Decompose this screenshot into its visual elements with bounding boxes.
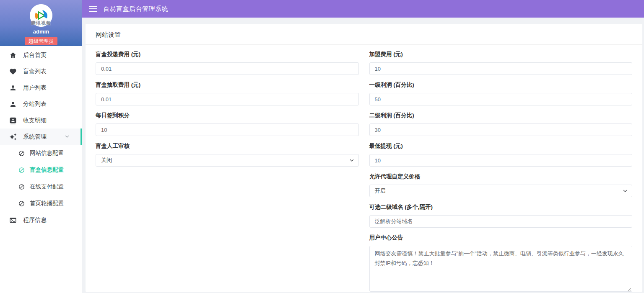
- chevron-down-icon: [65, 134, 70, 139]
- main-content: 网站设置 盲盒投递费用 (元) 盲盒抽取费用 (元) 每日签到积分 盲盒人工审核: [82, 18, 644, 293]
- field-daily-signin-points: 每日签到积分: [96, 112, 359, 136]
- sidebar-item-label: 用户列表: [23, 84, 47, 92]
- user-center-notice-textarea[interactable]: 网络交友需谨慎！禁止大批量参与"抽一个"活动，禁止微商、电销、引流等类似行业参与…: [369, 246, 633, 292]
- block-icon: [18, 150, 25, 157]
- manual-review-select[interactable]: 关闭: [96, 154, 359, 167]
- submenu-item-blindbox-info-config[interactable]: 盲盒信息配置: [0, 162, 82, 178]
- submenu-item-online-payment-config[interactable]: 在线支付配置: [0, 178, 82, 195]
- sidebar: 腾讯视频 admin 超级管理员 后台首页 盲盒列表 用户列表 分站列表 收支明…: [0, 0, 82, 293]
- field-manual-review: 盲盒人工审核 关闭: [96, 142, 359, 167]
- field-label: 可选二级域名 (多个,隔开): [369, 203, 633, 211]
- submenu-item-label: 在线支付配置: [30, 183, 64, 190]
- sidebar-item-label: 后台首页: [23, 51, 47, 59]
- chevron-down-icon: [349, 158, 354, 163]
- field-draw-fee: 盲盒抽取费用 (元): [96, 81, 359, 105]
- min-withdrawal-input[interactable]: [369, 154, 633, 167]
- field-subdomain: 可选二级域名 (多个,隔开): [369, 203, 633, 228]
- topbar: 百易盲盒后台管理系统: [82, 0, 644, 18]
- menu-toggle-icon[interactable]: [89, 6, 97, 12]
- home-icon: [9, 51, 17, 59]
- submenu-item-label: 盲盒信息配置: [30, 166, 64, 174]
- sidebar-item-label: 分站列表: [23, 100, 47, 108]
- sidebar-menu: 后台首页 盲盒列表 用户列表 分站列表 收支明细 系统管理 网站信息配置: [0, 46, 82, 228]
- submenu-item-label: 首页轮播配置: [30, 200, 64, 207]
- settings-form: 盲盒投递费用 (元) 盲盒抽取费用 (元) 每日签到积分 盲盒人工审核 关闭: [86, 45, 642, 293]
- subdomain-input[interactable]: [369, 215, 633, 228]
- system-management-submenu: 网站信息配置 盲盒信息配置 在线支付配置 首页轮播配置: [0, 145, 82, 212]
- field-label: 一级利润 (百分比): [369, 81, 633, 89]
- sidebar-item-label: 盲盒列表: [23, 68, 47, 75]
- daily-signin-points-input[interactable]: [96, 123, 359, 136]
- sidebar-item-dashboard[interactable]: 后台首页: [0, 47, 82, 63]
- field-label: 加盟费用 (元): [369, 51, 633, 58]
- draw-fee-input[interactable]: [96, 93, 359, 105]
- block-icon: [18, 167, 25, 173]
- sparkles-icon: [9, 133, 17, 141]
- field-label: 盲盒投递费用 (元): [96, 51, 359, 58]
- sidebar-item-label: 系统管理: [23, 133, 47, 141]
- field-label: 最低提现 (元): [369, 142, 633, 150]
- block-icon: [18, 200, 25, 207]
- field-min-withdrawal: 最低提现 (元): [369, 142, 633, 167]
- sidebar-item-substation-list[interactable]: 分站列表: [0, 96, 82, 112]
- field-level2-profit: 二级利润 (百分比): [369, 112, 633, 136]
- settings-card: 网站设置 盲盒投递费用 (元) 盲盒抽取费用 (元) 每日签到积分 盲盒人工审核: [86, 24, 642, 292]
- field-label: 用户中心公告: [369, 234, 633, 242]
- field-user-center-notice: 用户中心公告 网络交友需谨慎！禁止大批量参与"抽一个"活动，禁止微商、电销、引流…: [369, 234, 633, 293]
- play-logo-icon: [30, 4, 52, 27]
- user-icon: [9, 84, 17, 92]
- terminal-icon: [9, 216, 17, 224]
- submenu-item-site-info-config[interactable]: 网站信息配置: [0, 145, 82, 162]
- submenu-item-home-carousel-config[interactable]: 首页轮播配置: [0, 195, 82, 212]
- username: admin: [33, 28, 49, 35]
- agent-custom-price-select[interactable]: 开启: [369, 185, 633, 197]
- delivery-fee-input[interactable]: [96, 62, 359, 75]
- field-delivery-fee: 盲盒投递费用 (元): [96, 51, 359, 75]
- heart-icon: [9, 68, 17, 75]
- selected-option: 开启: [375, 187, 386, 195]
- sidebar-item-label: 收支明细: [23, 117, 47, 124]
- field-label: 二级利润 (百分比): [369, 112, 633, 119]
- field-label: 盲盒抽取费用 (元): [96, 81, 359, 89]
- sidebar-item-program-info[interactable]: 程序信息: [0, 212, 82, 228]
- field-level1-profit: 一级利润 (百分比): [369, 81, 633, 105]
- field-agent-custom-price: 允许代理自定义价格 开启: [369, 173, 633, 197]
- selected-option: 关闭: [101, 157, 112, 164]
- user-icon: [9, 100, 17, 108]
- field-franchise-fee: 加盟费用 (元): [369, 51, 633, 75]
- level1-profit-input[interactable]: [369, 93, 633, 105]
- page-title: 网站设置: [86, 24, 642, 45]
- sidebar-item-user-list[interactable]: 用户列表: [0, 80, 82, 96]
- form-column-right: 加盟费用 (元) 一级利润 (百分比) 二级利润 (百分比) 最低提现 (元) …: [369, 51, 633, 293]
- block-icon: [18, 184, 25, 190]
- level2-profit-input[interactable]: [369, 123, 633, 136]
- chevron-down-icon: [623, 188, 628, 193]
- sidebar-item-income-detail[interactable]: 收支明细: [0, 112, 82, 129]
- app-title: 百易盲盒后台管理系统: [103, 5, 168, 13]
- sidebar-item-system-management[interactable]: 系统管理: [0, 129, 82, 145]
- submenu-item-label: 网站信息配置: [30, 149, 64, 157]
- franchise-fee-input[interactable]: [369, 62, 633, 75]
- ledger-icon: [9, 117, 17, 124]
- role-badge: 超级管理员: [25, 37, 57, 45]
- avatar: 腾讯视频: [30, 4, 52, 27]
- sidebar-profile: 腾讯视频 admin 超级管理员: [0, 0, 82, 46]
- field-label: 每日签到积分: [96, 112, 359, 119]
- field-label: 允许代理自定义价格: [369, 173, 633, 180]
- sidebar-item-label: 程序信息: [23, 216, 47, 224]
- form-column-left: 盲盒投递费用 (元) 盲盒抽取费用 (元) 每日签到积分 盲盒人工审核 关闭: [96, 51, 359, 293]
- sidebar-item-blindbox-list[interactable]: 盲盒列表: [0, 63, 82, 80]
- field-label: 盲盒人工审核: [96, 142, 359, 150]
